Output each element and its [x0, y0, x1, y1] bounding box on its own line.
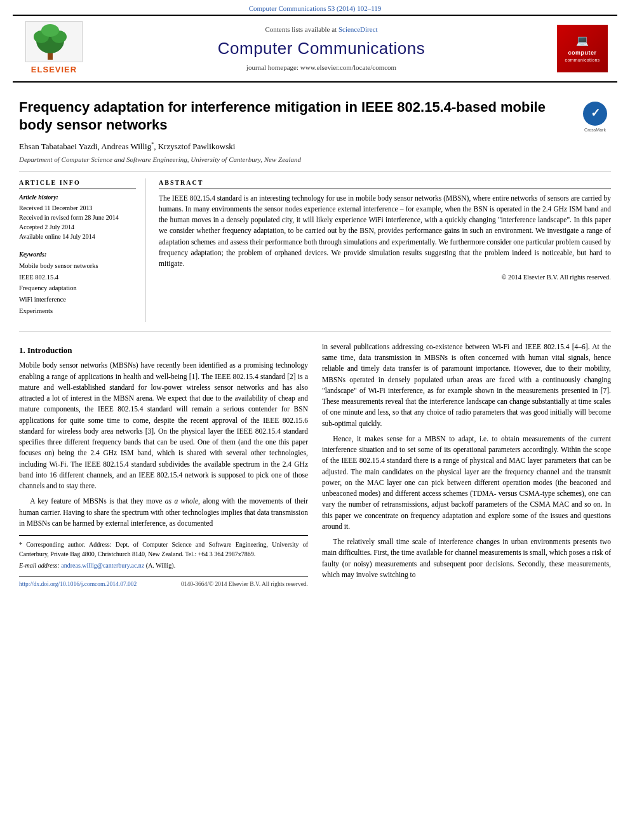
section1-para3: in several publications addressing co-ex…	[322, 342, 611, 429]
abstract-column: Abstract The IEEE 802.15.4 standard is a…	[159, 178, 611, 322]
keyword-4: WiFi interference	[19, 294, 136, 305]
article-info-column: Article Info Article history: Received 1…	[19, 178, 146, 322]
section1-para5: The relatively small time scale of inter…	[322, 537, 611, 580]
revised-date: Received in revised form 28 June 2014	[19, 213, 136, 222]
keywords-list: Mobile body sensor networks IEEE 802.15.…	[19, 260, 136, 317]
email-person: (A. Willig).	[146, 562, 175, 569]
available-date: Available online 14 July 2014	[19, 232, 136, 241]
article-title-section: Frequency adaptation for interference mi…	[19, 89, 611, 172]
issn-line: 0140-3664/© 2014 Elsevier B.V. All right…	[181, 580, 308, 589]
keyword-5: Experiments	[19, 305, 136, 317]
footnote-section: * Corresponding author. Address: Dept. o…	[19, 535, 308, 570]
keywords-label: Keywords:	[19, 250, 136, 259]
journal-homepage: journal homepage: www.elsevier.com/locat…	[89, 63, 554, 72]
crossmark-badge[interactable]: ✓ CrossMark	[579, 102, 611, 133]
left-content-column: 1. Introduction Mobile body sensor netwo…	[19, 342, 308, 589]
article-info-abstract-section: Article Info Article history: Received 1…	[19, 178, 611, 332]
email-link[interactable]: andreas.willig@canterbury.ac.nz	[61, 562, 144, 569]
accepted-date: Accepted 2 July 2014	[19, 222, 136, 232]
section1-title: 1. Introduction	[19, 344, 308, 357]
history-label: Article history:	[19, 193, 136, 202]
top-bar: Computer Communications 53 (2014) 102–11…	[0, 0, 630, 15]
journal-logo-right: 💻 computer communications	[554, 25, 611, 72]
email-label: E-mail address:	[19, 562, 60, 569]
sciencedirect-notice: Contents lists available at ScienceDirec…	[89, 25, 554, 34]
keyword-3: Frequency adaptation	[19, 283, 136, 294]
article-body: Frequency adaptation for interference mi…	[0, 83, 630, 602]
article-affiliation: Department of Computer Science and Softw…	[19, 155, 573, 164]
doi-link[interactable]: http://dx.doi.org/10.1016/j.comcom.2014.…	[19, 580, 137, 589]
journal-header: ELSEVIER Contents lists available at Sci…	[13, 15, 617, 82]
history-content: Received 11 December 2013 Received in re…	[19, 203, 136, 241]
elsevier-wordmark: ELSEVIER	[31, 64, 77, 76]
svg-point-4	[41, 24, 59, 37]
keyword-2: IEEE 802.15.4	[19, 272, 136, 283]
elsevier-tree-image	[25, 21, 83, 62]
received-date: Received 11 December 2013	[19, 203, 136, 213]
crossmark-circle: ✓	[583, 102, 607, 126]
logo-icon: 💻	[576, 34, 589, 48]
journal-center-block: Contents lists available at ScienceDirec…	[89, 25, 554, 72]
logo-title: computer	[568, 49, 596, 57]
section1-para4: Hence, it makes sense for a MBSN to adap…	[322, 434, 611, 532]
section1-heading: Introduction	[27, 345, 72, 355]
section1-para1: Mobile body sensor networks (MBSNs) have…	[19, 360, 308, 491]
computer-communications-logo: 💻 computer communications	[557, 25, 608, 72]
crossmark-symbol: ✓	[591, 105, 600, 121]
section1-number: 1.	[19, 345, 25, 355]
history-group: Article history: Received 11 December 20…	[19, 193, 136, 241]
journal-reference: Computer Communications 53 (2014) 102–11…	[249, 4, 382, 12]
sciencedirect-link[interactable]: ScienceDirect	[338, 25, 378, 33]
keywords-group: Keywords: Mobile body sensor networks IE…	[19, 250, 136, 317]
section1-para2: A key feature of MBSNs is that they move…	[19, 496, 308, 529]
bottom-links-section: http://dx.doi.org/10.1016/j.comcom.2014.…	[19, 577, 308, 589]
logo-subtitle: communications	[565, 57, 600, 63]
article-title-text: Frequency adaptation for interference mi…	[19, 98, 573, 165]
elsevier-logo: ELSEVIER	[19, 21, 89, 76]
right-content-column: in several publications addressing co-ex…	[322, 342, 611, 589]
main-content: 1. Introduction Mobile body sensor netwo…	[19, 342, 611, 589]
keyword-1: Mobile body sensor networks	[19, 260, 136, 272]
abstract-heading: Abstract	[159, 178, 611, 189]
footnote-asterisk: * Corresponding author. Address: Dept. o…	[19, 540, 308, 559]
abstract-text: The IEEE 802.15.4 standard is an interes…	[159, 193, 611, 270]
copyright-line: © 2014 Elsevier B.V. All rights reserved…	[159, 273, 611, 283]
article-title: Frequency adaptation for interference mi…	[19, 98, 573, 135]
crossmark-label: CrossMark	[584, 127, 606, 133]
author-names: Ehsan Tabatabaei Yazdi, Andreas Willig*,…	[19, 142, 235, 151]
footnote-email: E-mail address: andreas.willig@canterbur…	[19, 561, 308, 570]
journal-title: Computer Communications	[89, 37, 554, 60]
article-authors: Ehsan Tabatabaei Yazdi, Andreas Willig*,…	[19, 141, 573, 153]
article-info-heading: Article Info	[19, 178, 136, 189]
